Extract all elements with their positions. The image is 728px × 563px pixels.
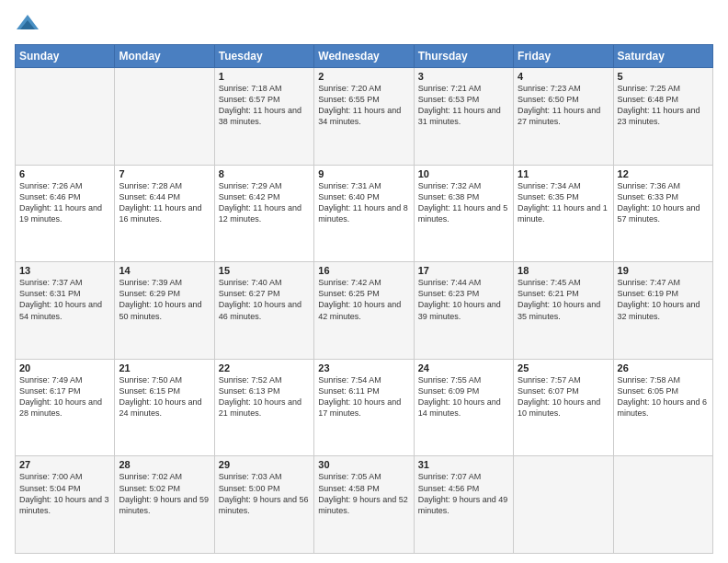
calendar-body: 1Sunrise: 7:18 AMSunset: 6:57 PMDaylight…	[16, 68, 713, 554]
day-number: 7	[119, 168, 210, 179]
day-number: 3	[418, 71, 509, 82]
calendar: SundayMondayTuesdayWednesdayThursdayFrid…	[15, 44, 713, 554]
day-cell: 28Sunrise: 7:02 AMSunset: 5:02 PMDayligh…	[115, 456, 214, 554]
header-cell-friday: Friday	[514, 45, 613, 68]
day-number: 21	[119, 362, 210, 373]
day-number: 5	[618, 71, 709, 82]
cell-content: Sunrise: 7:49 AMSunset: 6:17 PMDaylight:…	[19, 374, 110, 419]
day-number: 6	[19, 168, 110, 179]
day-number: 28	[119, 459, 210, 470]
cell-content: Sunrise: 7:21 AMSunset: 6:53 PMDaylight:…	[418, 83, 509, 128]
day-cell: 8Sunrise: 7:29 AMSunset: 6:42 PMDaylight…	[214, 165, 313, 262]
cell-content: Sunrise: 7:55 AMSunset: 6:09 PMDaylight:…	[418, 374, 509, 419]
day-number: 22	[219, 362, 310, 373]
week-row-1: 1Sunrise: 7:18 AMSunset: 6:57 PMDaylight…	[16, 68, 713, 166]
day-cell: 30Sunrise: 7:05 AMSunset: 4:58 PMDayligh…	[314, 456, 414, 554]
day-cell: 29Sunrise: 7:03 AMSunset: 5:00 PMDayligh…	[214, 456, 313, 554]
day-number: 17	[418, 265, 509, 276]
day-number: 13	[19, 265, 110, 276]
week-row-5: 27Sunrise: 7:00 AMSunset: 5:04 PMDayligh…	[16, 456, 713, 554]
cell-content: Sunrise: 7:32 AMSunset: 6:38 PMDaylight:…	[418, 180, 509, 225]
cell-content: Sunrise: 7:50 AMSunset: 6:15 PMDaylight:…	[119, 374, 210, 419]
header-cell-saturday: Saturday	[613, 45, 712, 68]
day-number: 26	[618, 362, 709, 373]
cell-content: Sunrise: 7:57 AMSunset: 6:07 PMDaylight:…	[518, 374, 609, 419]
cell-content: Sunrise: 7:29 AMSunset: 6:42 PMDaylight:…	[219, 180, 310, 225]
day-cell: 11Sunrise: 7:34 AMSunset: 6:35 PMDayligh…	[514, 165, 613, 262]
day-number: 31	[418, 459, 509, 470]
header-cell-tuesday: Tuesday	[214, 45, 313, 68]
day-number: 27	[19, 459, 110, 470]
day-number: 15	[219, 265, 310, 276]
cell-content: Sunrise: 7:58 AMSunset: 6:05 PMDaylight:…	[618, 374, 709, 419]
header-cell-wednesday: Wednesday	[314, 45, 414, 68]
day-cell: 22Sunrise: 7:52 AMSunset: 6:13 PMDayligh…	[214, 359, 313, 456]
day-cell: 25Sunrise: 7:57 AMSunset: 6:07 PMDayligh…	[514, 359, 613, 456]
day-cell: 3Sunrise: 7:21 AMSunset: 6:53 PMDaylight…	[414, 68, 513, 166]
header	[15, 11, 713, 37]
week-row-2: 6Sunrise: 7:26 AMSunset: 6:46 PMDaylight…	[16, 165, 713, 262]
cell-content: Sunrise: 7:34 AMSunset: 6:35 PMDaylight:…	[518, 180, 609, 225]
day-cell: 16Sunrise: 7:42 AMSunset: 6:25 PMDayligh…	[314, 262, 414, 360]
cell-content: Sunrise: 7:45 AMSunset: 6:21 PMDaylight:…	[518, 277, 609, 322]
page: SundayMondayTuesdayWednesdayThursdayFrid…	[0, 0, 728, 563]
day-number: 8	[219, 168, 310, 179]
day-cell: 14Sunrise: 7:39 AMSunset: 6:29 PMDayligh…	[115, 262, 214, 360]
day-number: 18	[518, 265, 609, 276]
day-cell: 13Sunrise: 7:37 AMSunset: 6:31 PMDayligh…	[16, 262, 115, 360]
cell-content: Sunrise: 7:44 AMSunset: 6:23 PMDaylight:…	[418, 277, 509, 322]
day-cell: 4Sunrise: 7:23 AMSunset: 6:50 PMDaylight…	[514, 68, 613, 166]
calendar-table: SundayMondayTuesdayWednesdayThursdayFrid…	[15, 44, 713, 554]
day-cell	[115, 68, 214, 166]
cell-content: Sunrise: 7:23 AMSunset: 6:50 PMDaylight:…	[518, 83, 609, 128]
day-cell	[16, 68, 115, 166]
day-number: 1	[219, 71, 310, 82]
logo	[15, 11, 44, 37]
cell-content: Sunrise: 7:40 AMSunset: 6:27 PMDaylight:…	[219, 277, 310, 322]
day-cell	[613, 456, 712, 554]
day-number: 4	[518, 71, 609, 82]
day-cell: 20Sunrise: 7:49 AMSunset: 6:17 PMDayligh…	[16, 359, 115, 456]
cell-content: Sunrise: 7:18 AMSunset: 6:57 PMDaylight:…	[219, 83, 310, 128]
day-number: 30	[318, 459, 409, 470]
day-cell: 23Sunrise: 7:54 AMSunset: 6:11 PMDayligh…	[314, 359, 414, 456]
cell-content: Sunrise: 7:25 AMSunset: 6:48 PMDaylight:…	[618, 83, 709, 128]
cell-content: Sunrise: 7:28 AMSunset: 6:44 PMDaylight:…	[119, 180, 210, 225]
day-number: 24	[418, 362, 509, 373]
day-cell: 27Sunrise: 7:00 AMSunset: 5:04 PMDayligh…	[16, 456, 115, 554]
cell-content: Sunrise: 7:31 AMSunset: 6:40 PMDaylight:…	[318, 180, 409, 225]
cell-content: Sunrise: 7:47 AMSunset: 6:19 PMDaylight:…	[618, 277, 709, 322]
header-row: SundayMondayTuesdayWednesdayThursdayFrid…	[16, 45, 713, 68]
day-number: 10	[418, 168, 509, 179]
cell-content: Sunrise: 7:37 AMSunset: 6:31 PMDaylight:…	[19, 277, 110, 322]
cell-content: Sunrise: 7:42 AMSunset: 6:25 PMDaylight:…	[318, 277, 409, 322]
day-cell: 9Sunrise: 7:31 AMSunset: 6:40 PMDaylight…	[314, 165, 414, 262]
day-cell: 26Sunrise: 7:58 AMSunset: 6:05 PMDayligh…	[613, 359, 712, 456]
day-cell: 6Sunrise: 7:26 AMSunset: 6:46 PMDaylight…	[16, 165, 115, 262]
week-row-3: 13Sunrise: 7:37 AMSunset: 6:31 PMDayligh…	[16, 262, 713, 360]
day-number: 12	[618, 168, 709, 179]
header-cell-sunday: Sunday	[16, 45, 115, 68]
header-cell-thursday: Thursday	[414, 45, 513, 68]
day-number: 19	[618, 265, 709, 276]
cell-content: Sunrise: 7:54 AMSunset: 6:11 PMDaylight:…	[318, 374, 409, 419]
cell-content: Sunrise: 7:02 AMSunset: 5:02 PMDaylight:…	[119, 471, 210, 516]
day-number: 11	[518, 168, 609, 179]
week-row-4: 20Sunrise: 7:49 AMSunset: 6:17 PMDayligh…	[16, 359, 713, 456]
day-cell: 17Sunrise: 7:44 AMSunset: 6:23 PMDayligh…	[414, 262, 513, 360]
day-number: 20	[19, 362, 110, 373]
cell-content: Sunrise: 7:39 AMSunset: 6:29 PMDaylight:…	[119, 277, 210, 322]
day-cell: 21Sunrise: 7:50 AMSunset: 6:15 PMDayligh…	[115, 359, 214, 456]
day-cell: 12Sunrise: 7:36 AMSunset: 6:33 PMDayligh…	[613, 165, 712, 262]
day-number: 23	[318, 362, 409, 373]
cell-content: Sunrise: 7:05 AMSunset: 4:58 PMDaylight:…	[318, 471, 409, 516]
day-cell	[514, 456, 613, 554]
day-number: 16	[318, 265, 409, 276]
cell-content: Sunrise: 7:07 AMSunset: 4:56 PMDaylight:…	[418, 471, 509, 516]
cell-content: Sunrise: 7:36 AMSunset: 6:33 PMDaylight:…	[618, 180, 709, 225]
cell-content: Sunrise: 7:26 AMSunset: 6:46 PMDaylight:…	[19, 180, 110, 225]
day-cell: 15Sunrise: 7:40 AMSunset: 6:27 PMDayligh…	[214, 262, 313, 360]
cell-content: Sunrise: 7:00 AMSunset: 5:04 PMDaylight:…	[19, 471, 110, 516]
day-number: 25	[518, 362, 609, 373]
header-cell-monday: Monday	[115, 45, 214, 68]
